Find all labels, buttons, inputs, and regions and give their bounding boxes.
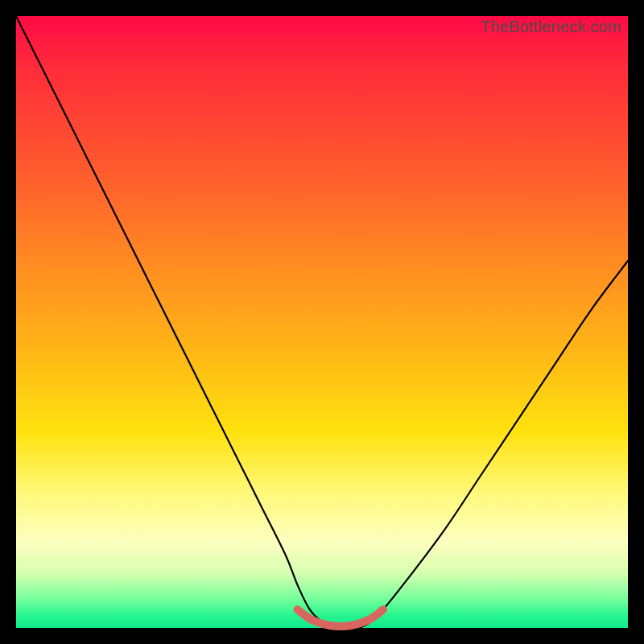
chart-frame: TheBottleneck.com bbox=[0, 0, 644, 644]
curve-svg bbox=[16, 16, 628, 628]
flat-bottom-marker bbox=[298, 609, 383, 626]
plot-area: TheBottleneck.com bbox=[16, 16, 628, 628]
bottleneck-curve bbox=[16, 16, 628, 629]
